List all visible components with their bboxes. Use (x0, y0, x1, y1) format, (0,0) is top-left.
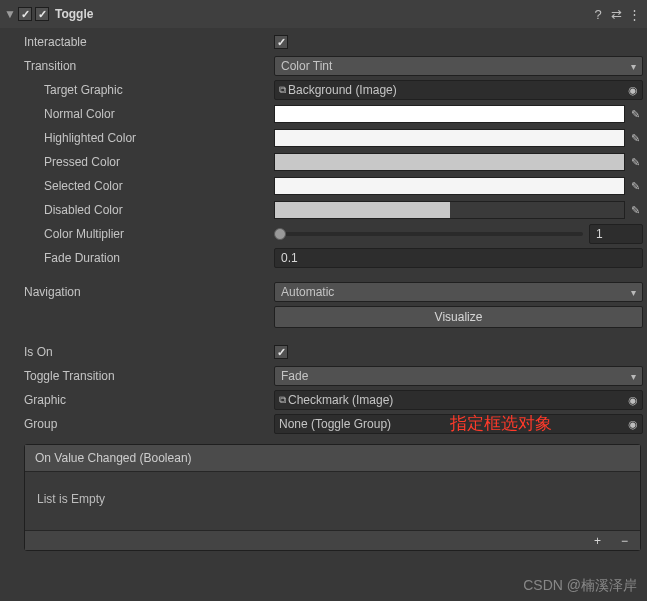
object-picker-icon[interactable]: ◉ (628, 84, 638, 97)
event-empty-text: List is Empty (25, 472, 640, 530)
transition-dropdown[interactable]: Color Tint (274, 56, 643, 76)
selected-color-swatch[interactable] (274, 177, 625, 195)
eyedropper-icon[interactable]: ✎ (627, 201, 643, 219)
object-icon: ⧉ (279, 84, 286, 96)
eyedropper-icon[interactable]: ✎ (627, 105, 643, 123)
row-is-on: Is On (4, 342, 643, 362)
remove-event-button[interactable]: − (617, 534, 632, 548)
row-fade-duration: Fade Duration (4, 248, 643, 268)
object-picker-icon[interactable]: ◉ (628, 418, 638, 431)
label-transition: Transition (24, 59, 274, 73)
label-disabled-color: Disabled Color (44, 203, 274, 217)
label-graphic: Graphic (24, 393, 274, 407)
label-normal-color: Normal Color (44, 107, 274, 121)
label-selected-color: Selected Color (44, 179, 274, 193)
object-icon: ⧉ (279, 394, 286, 406)
row-selected-color: Selected Color ✎ (4, 176, 643, 196)
navigation-value: Automatic (281, 285, 334, 299)
label-navigation: Navigation (24, 285, 274, 299)
menu-icon[interactable]: ⋮ (625, 7, 643, 22)
slider-handle-icon[interactable] (274, 228, 286, 240)
row-transition: Transition Color Tint (4, 56, 643, 76)
component-icon-checkbox[interactable] (18, 7, 32, 21)
label-toggle-transition: Toggle Transition (24, 369, 274, 383)
row-highlighted-color: Highlighted Color ✎ (4, 128, 643, 148)
event-header: On Value Changed (Boolean) (25, 445, 640, 472)
label-highlighted-color: Highlighted Color (44, 131, 274, 145)
add-event-button[interactable]: + (590, 534, 605, 548)
color-multiplier-slider[interactable] (274, 225, 583, 243)
component-header: ▼ Toggle ? ⇄ ⋮ (0, 0, 647, 28)
is-on-checkbox[interactable] (274, 345, 288, 359)
event-list: On Value Changed (Boolean) List is Empty… (24, 444, 641, 551)
visualize-button[interactable]: Visualize (274, 306, 643, 328)
toggle-transition-dropdown[interactable]: Fade (274, 366, 643, 386)
watermark-text: CSDN @楠溪泽岸 (523, 577, 637, 595)
label-color-multiplier: Color Multiplier (44, 227, 274, 241)
graphic-field[interactable]: ⧉ Checkmark (Image) ◉ (274, 390, 643, 410)
toggle-transition-value: Fade (281, 369, 308, 383)
row-navigation: Navigation Automatic (4, 282, 643, 302)
graphic-value: Checkmark (Image) (288, 393, 393, 407)
row-normal-color: Normal Color ✎ (4, 104, 643, 124)
row-group: Group None (Toggle Group) ◉ (4, 414, 643, 434)
group-field[interactable]: None (Toggle Group) ◉ (274, 414, 643, 434)
row-interactable: Interactable (4, 32, 643, 52)
label-interactable: Interactable (24, 35, 274, 49)
help-icon[interactable]: ? (589, 7, 607, 22)
normal-color-swatch[interactable] (274, 105, 625, 123)
preset-icon[interactable]: ⇄ (607, 7, 625, 22)
event-controls: + − (25, 530, 640, 550)
group-value: None (Toggle Group) (279, 417, 391, 431)
row-pressed-color: Pressed Color ✎ (4, 152, 643, 172)
component-title: Toggle (55, 7, 93, 21)
navigation-dropdown[interactable]: Automatic (274, 282, 643, 302)
row-visualize: Visualize (4, 306, 643, 328)
foldout-icon[interactable]: ▼ (4, 7, 16, 21)
row-toggle-transition: Toggle Transition Fade (4, 366, 643, 386)
label-group: Group (24, 417, 274, 431)
label-fade-duration: Fade Duration (44, 251, 274, 265)
target-graphic-field[interactable]: ⧉ Background (Image) ◉ (274, 80, 643, 100)
eyedropper-icon[interactable]: ✎ (627, 177, 643, 195)
eyedropper-icon[interactable]: ✎ (627, 129, 643, 147)
transition-value: Color Tint (281, 59, 332, 73)
fade-duration-input[interactable] (274, 248, 643, 268)
eyedropper-icon[interactable]: ✎ (627, 153, 643, 171)
interactable-checkbox[interactable] (274, 35, 288, 49)
label-pressed-color: Pressed Color (44, 155, 274, 169)
label-is-on: Is On (24, 345, 274, 359)
highlighted-color-swatch[interactable] (274, 129, 625, 147)
row-disabled-color: Disabled Color ✎ (4, 200, 643, 220)
row-color-multiplier: Color Multiplier (4, 224, 643, 244)
target-graphic-value: Background (Image) (288, 83, 397, 97)
color-multiplier-input[interactable] (589, 224, 643, 244)
pressed-color-swatch[interactable] (274, 153, 625, 171)
row-target-graphic: Target Graphic ⧉ Background (Image) ◉ (4, 80, 643, 100)
row-graphic: Graphic ⧉ Checkmark (Image) ◉ (4, 390, 643, 410)
label-target-graphic: Target Graphic (44, 83, 274, 97)
component-enabled-checkbox[interactable] (35, 7, 49, 21)
disabled-color-swatch[interactable] (274, 201, 625, 219)
object-picker-icon[interactable]: ◉ (628, 394, 638, 407)
